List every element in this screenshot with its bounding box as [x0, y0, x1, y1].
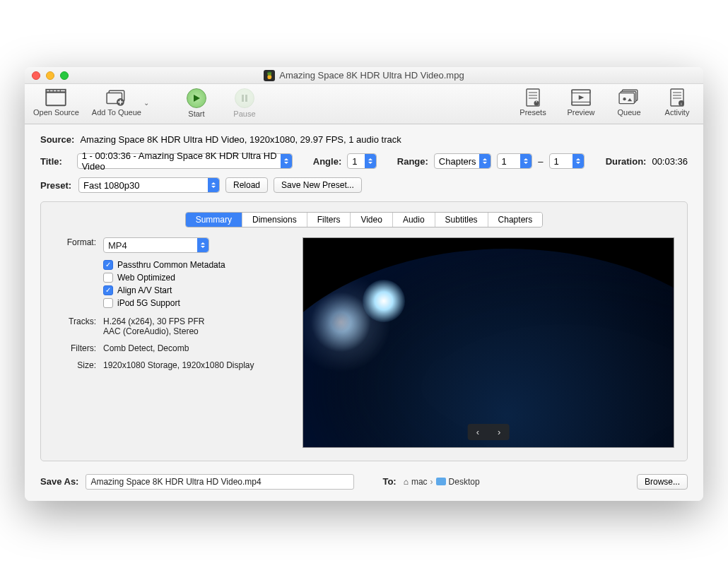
- to-label: To:: [382, 476, 396, 487]
- preview-icon: [570, 88, 592, 107]
- presets-icon: [522, 88, 544, 107]
- pause-button: Pause: [227, 88, 262, 118]
- svg-text:i: i: [681, 102, 681, 106]
- tab-bar: Summary Dimensions Filters Video Audio S…: [54, 212, 674, 227]
- window-title-text: Amazing Space 8K HDR Ultra HD Video.mpg: [279, 70, 464, 81]
- play-icon: [187, 88, 206, 108]
- title-label: Title:: [40, 156, 71, 167]
- source-value: Amazing Space 8K HDR Ultra HD Video, 192…: [80, 134, 401, 145]
- checkbox-passthru-metadata[interactable]: [103, 260, 113, 270]
- app-window: 🍍 Amazing Space 8K HDR Ultra HD Video.mp…: [25, 67, 703, 500]
- title-select[interactable]: 1 - 00:03:36 - Amazing Space 8K HDR Ultr…: [77, 153, 293, 169]
- reload-button[interactable]: Reload: [225, 177, 268, 193]
- angle-label: Angle:: [313, 156, 341, 167]
- queue-button[interactable]: Queue: [611, 88, 647, 117]
- duration-label: Duration:: [606, 156, 647, 167]
- svg-marker-22: [579, 95, 585, 100]
- checkbox-ipod[interactable]: [103, 298, 113, 308]
- tracks-line1: H.264 (x264), 30 FPS PFR: [103, 316, 204, 326]
- svg-rect-25: [619, 93, 634, 104]
- destination-path[interactable]: ⌂ mac › Desktop: [404, 477, 480, 487]
- size-value: 1920x1080 Storage, 1920x1080 Display: [103, 360, 254, 370]
- tab-video[interactable]: Video: [351, 213, 392, 227]
- tab-audio[interactable]: Audio: [393, 213, 435, 227]
- film-icon: [45, 88, 67, 107]
- preview-next-button[interactable]: ›: [498, 427, 500, 437]
- range-separator: –: [538, 156, 543, 167]
- tab-filters[interactable]: Filters: [307, 213, 351, 227]
- angle-select[interactable]: 1: [347, 153, 376, 169]
- duration-value: 00:03:36: [652, 156, 688, 167]
- save-preset-button[interactable]: Save New Preset...: [274, 177, 362, 193]
- tracks-label: Tracks:: [54, 316, 96, 326]
- filters-label: Filters:: [54, 343, 96, 353]
- presets-button[interactable]: Presets: [515, 88, 551, 117]
- preview-image: ‹ ›: [303, 237, 674, 447]
- activity-button[interactable]: i Activity: [659, 88, 695, 117]
- queue-add-icon: [105, 88, 128, 107]
- add-to-queue-button[interactable]: Add To Queue: [92, 88, 141, 117]
- preview-prev-button[interactable]: ‹: [476, 427, 479, 437]
- preview-nav: ‹ ›: [468, 424, 510, 440]
- format-label: Format:: [54, 237, 96, 247]
- saveas-label: Save As:: [40, 476, 78, 487]
- app-icon: 🍍: [264, 70, 275, 81]
- settings-panel: Summary Dimensions Filters Video Audio S…: [40, 201, 688, 461]
- filters-value: Comb Detect, Decomb: [103, 343, 189, 353]
- source-label: Source:: [40, 134, 74, 145]
- svg-rect-13: [245, 95, 247, 102]
- saveas-input[interactable]: [86, 474, 354, 490]
- preset-select[interactable]: Fast 1080p30: [78, 177, 220, 193]
- preset-label: Preset:: [40, 180, 73, 191]
- window-title: 🍍 Amazing Space 8K HDR Ultra HD Video.mp…: [25, 70, 703, 81]
- svg-rect-12: [242, 95, 244, 102]
- toolbar: Open Source Add To Queue ⌄ Start: [25, 84, 703, 124]
- open-source-button[interactable]: Open Source: [33, 88, 79, 117]
- range-label: Range:: [397, 156, 428, 167]
- tab-dimensions[interactable]: Dimensions: [242, 213, 307, 227]
- checkbox-align-av[interactable]: [103, 285, 113, 295]
- chevron-down-icon[interactable]: ⌄: [142, 99, 151, 107]
- preview-button[interactable]: Preview: [563, 88, 599, 117]
- activity-icon: i: [666, 88, 688, 107]
- folder-icon: [436, 478, 446, 485]
- home-icon: ⌂: [404, 477, 409, 487]
- browse-button[interactable]: Browse...: [637, 474, 688, 490]
- range-from-select[interactable]: 1: [497, 153, 533, 169]
- range-to-select[interactable]: 1: [549, 153, 585, 169]
- tab-subtitles[interactable]: Subtitles: [435, 213, 488, 227]
- tab-summary[interactable]: Summary: [186, 213, 242, 227]
- tab-chapters[interactable]: Chapters: [488, 213, 543, 227]
- pause-icon: [235, 88, 254, 108]
- queue-icon: [618, 88, 640, 107]
- format-select[interactable]: MP4: [103, 237, 209, 253]
- titlebar: 🍍 Amazing Space 8K HDR Ultra HD Video.mp…: [25, 67, 703, 84]
- content-area: Source: Amazing Space 8K HDR Ultra HD Vi…: [25, 124, 703, 500]
- svg-point-26: [623, 97, 626, 100]
- start-button[interactable]: Start: [179, 88, 214, 118]
- svg-rect-1: [47, 90, 66, 93]
- range-type-select[interactable]: Chapters: [434, 153, 491, 169]
- size-label: Size:: [54, 360, 96, 370]
- svg-rect-0: [47, 93, 66, 106]
- svg-marker-11: [194, 95, 200, 102]
- tracks-line2: AAC (CoreAudio), Stereo: [103, 326, 204, 336]
- checkbox-web-optimized[interactable]: [103, 273, 113, 283]
